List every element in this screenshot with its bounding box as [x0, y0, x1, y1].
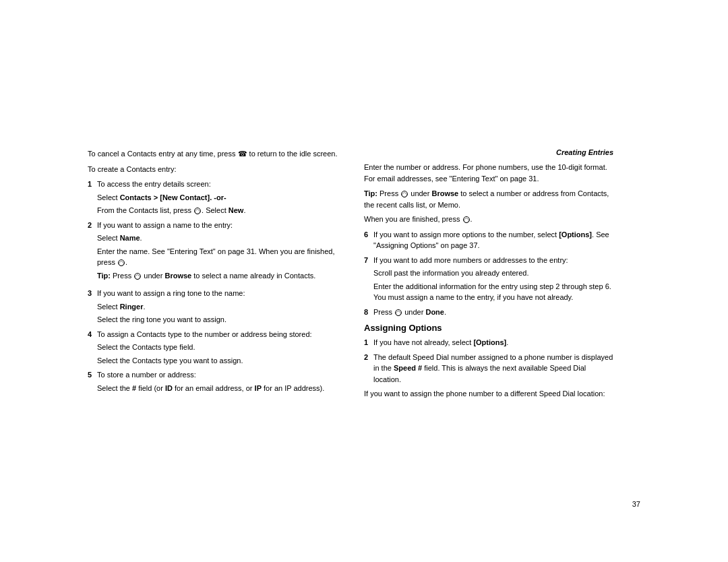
- intro-para1: To cancel a Contacts entry at any time, …: [88, 148, 344, 160]
- page: To cancel a Contacts entry at any time, …: [0, 0, 728, 562]
- step-3-sub2: Select the ring tone you want to assign.: [97, 314, 344, 325]
- ao-step-2-content: The default Speed Dial number assigned t…: [373, 352, 613, 385]
- right-intro-para1: Enter the number or address. For phone n…: [364, 162, 613, 184]
- intro-para2: To create a Contacts entry:: [88, 164, 344, 175]
- step-3-sub1: Select Ringer.: [97, 301, 344, 313]
- ao-step-2-num: 2: [364, 352, 373, 385]
- right-step-7-num: 7: [364, 255, 373, 303]
- right-step-6-text: If you want to assign more options to th…: [373, 230, 609, 250]
- finish-icon: ◯: [463, 216, 470, 223]
- step-2-sub2: Enter the name. See "Entering Text" on p…: [97, 246, 344, 268]
- assigning-options-title: Assigning Options: [364, 323, 613, 333]
- ao-step-1-text: If you have not already, select [Options…: [373, 338, 508, 346]
- step-3-content: If you want to assign a ring tone to the…: [97, 288, 344, 325]
- step-4-sub1: Select the Contacts type field.: [97, 342, 344, 353]
- step-2-tip: Tip: Press ◯ under Browse to select a na…: [97, 270, 344, 282]
- step-3-text: If you want to assign a ring tone to the…: [97, 289, 245, 297]
- step8-icon: ◯: [395, 309, 402, 316]
- step-4-sub2: Select the Contacts type you want to ass…: [97, 355, 344, 367]
- right-column: Creating Entries Enter the number or add…: [364, 148, 613, 404]
- right-step-7-content: If you want to add more numbers or addre…: [373, 255, 613, 303]
- section-header: Creating Entries: [364, 148, 613, 156]
- step-1-num: 1: [88, 179, 97, 216]
- step-5-content: To store a number or address: Select the…: [97, 369, 344, 394]
- right-step-8: 8 Press ◯ under Done.: [364, 307, 613, 318]
- step-2-num: 2: [88, 220, 97, 285]
- step-3: 3 If you want to assign a ring tone to t…: [88, 288, 344, 325]
- step-4-num: 4: [88, 329, 97, 367]
- right-step-6-content: If you want to assign more options to th…: [373, 229, 613, 251]
- finished-para: When you are finished, press ◯.: [364, 214, 613, 225]
- tip-icon: ◯: [134, 273, 141, 280]
- ao-step-2-text: The default Speed Dial number assigned t…: [373, 353, 613, 383]
- step-4-text: To assign a Contacts type to the number …: [97, 330, 312, 338]
- ao-step-1-content: If you have not already, select [Options…: [373, 337, 613, 348]
- step-4: 4 To assign a Contacts type to the numbe…: [88, 329, 344, 367]
- right-step-7-text: If you want to add more numbers or addre…: [373, 256, 568, 264]
- step-5-text: To store a number or address:: [97, 371, 196, 379]
- step-2-sub1: Select Name.: [97, 232, 344, 244]
- page-number: 37: [632, 500, 640, 508]
- menu-icon: ◯: [194, 208, 201, 214]
- right-tip-icon: ◯: [401, 191, 408, 197]
- step-5: 5 To store a number or address: Select t…: [88, 369, 344, 394]
- step-1-sub1: Select Contacts > [New Contact]. -or-: [97, 192, 344, 204]
- step-2: 2 If you want to assign a name to the en…: [88, 220, 344, 285]
- right-tip: Tip: Press ◯ under Browse to select a nu…: [364, 188, 613, 210]
- step-1: 1 To access the entry details screen: Se…: [88, 179, 344, 216]
- step-1-content: To access the entry details screen: Sele…: [97, 179, 344, 216]
- done-icon: ◯: [118, 259, 125, 266]
- step-4-content: To assign a Contacts type to the number …: [97, 329, 344, 367]
- right-step-7-sub1: Scroll past the information you already …: [373, 268, 613, 279]
- left-column: To cancel a Contacts entry at any time, …: [88, 148, 344, 404]
- step-1-sub2: From the Contacts list, press ◯. Select …: [97, 205, 344, 216]
- content-area: To cancel a Contacts entry at any time, …: [88, 148, 640, 404]
- ao-step-1-num: 1: [364, 337, 373, 348]
- ao-final-para: If you want to assign the phone number t…: [364, 388, 613, 400]
- step-2-content: If you want to assign a name to the entr…: [97, 220, 344, 285]
- right-step-8-num: 8: [364, 307, 373, 318]
- right-step-7-sub2: Enter the additional information for the…: [373, 281, 613, 303]
- step-3-num: 3: [88, 288, 97, 325]
- step-5-sub1: Select the # field (or ID for an email a…: [97, 383, 344, 394]
- step-1-text: To access the entry details screen:: [97, 180, 211, 188]
- right-step-8-text: Press ◯ under Done.: [373, 308, 446, 316]
- right-step-8-content: Press ◯ under Done.: [373, 307, 613, 318]
- right-step-6-num: 6: [364, 229, 373, 251]
- ao-step-2: 2 The default Speed Dial number assigned…: [364, 352, 613, 385]
- right-step-6: 6 If you want to assign more options to …: [364, 229, 613, 251]
- step-5-num: 5: [88, 369, 97, 394]
- ao-step-1: 1 If you have not already, select [Optio…: [364, 337, 613, 348]
- right-step-7: 7 If you want to add more numbers or add…: [364, 255, 613, 303]
- step-2-text: If you want to assign a name to the entr…: [97, 221, 233, 229]
